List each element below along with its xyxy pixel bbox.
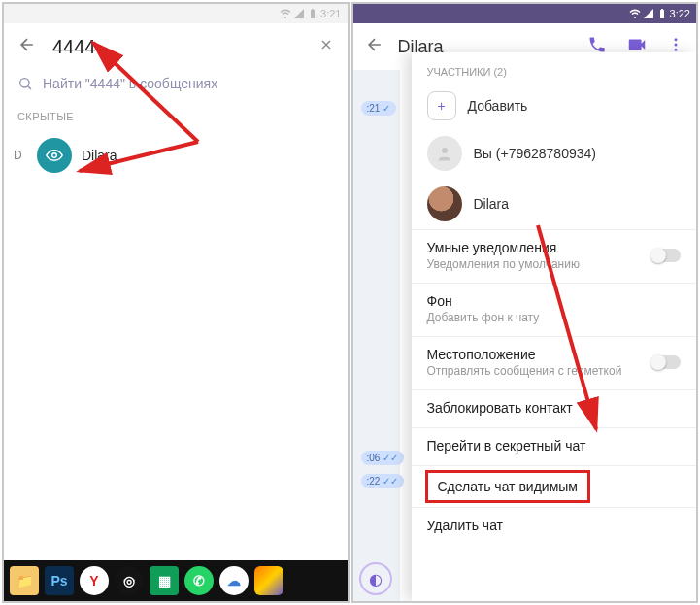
- you-label: Вы (+79628780934): [474, 146, 596, 161]
- smart-notif-sub: Уведомления по умолчанию: [427, 257, 580, 271]
- participant-dilara[interactable]: Dilara: [412, 179, 697, 229]
- svg-point-6: [675, 49, 678, 51]
- svg-point-4: [675, 38, 678, 41]
- person-icon: [436, 145, 453, 162]
- hidden-section-label: СКРЫТЫЕ: [4, 97, 348, 130]
- smart-notif-title: Умные уведомления: [427, 240, 580, 255]
- smart-notifications-row[interactable]: Умные уведомления Уведомления по умолчан…: [412, 229, 697, 283]
- taskbar-home-icon[interactable]: [254, 566, 283, 595]
- delete-chat-row[interactable]: Удалить чат: [412, 507, 697, 545]
- svg-point-1: [52, 153, 57, 158]
- add-participant-row[interactable]: + Добавить: [412, 84, 697, 128]
- background-row[interactable]: Фон Добавить фон к чату: [412, 283, 697, 336]
- battery-icon: [307, 8, 318, 19]
- add-label: Добавить: [468, 98, 528, 114]
- smart-notif-toggle[interactable]: [651, 249, 681, 262]
- battery-icon: [656, 8, 668, 19]
- taskbar-whatsapp-icon[interactable]: ✆: [184, 566, 214, 595]
- wifi-icon: [280, 8, 291, 19]
- signal-icon: [643, 8, 654, 19]
- secret-chat-row[interactable]: Перейти в секретный чат: [412, 427, 697, 465]
- taskbar-target-icon[interactable]: ◎: [115, 566, 144, 595]
- screenshot-right: 3:22 Dilara :21✓ :06✓✓ :22✓✓ УЧАСТНИКИ (…: [351, 2, 699, 603]
- chat-background-strip: [353, 70, 400, 601]
- chat-info-sheet: УЧАСТНИКИ (2) + Добавить Вы (+7962878093…: [412, 52, 697, 601]
- status-time: 3:21: [320, 8, 341, 19]
- loc-sub: Отправлять сообщения с геометкой: [427, 364, 622, 378]
- svg-point-5: [675, 44, 678, 47]
- search-input[interactable]: [52, 36, 303, 58]
- clear-button[interactable]: [313, 31, 340, 63]
- taskbar-yandex-icon[interactable]: Y: [80, 566, 109, 595]
- bg-sub: Добавить фон к чату: [427, 311, 540, 324]
- participant-you[interactable]: Вы (+79628780934): [412, 128, 697, 179]
- location-row[interactable]: Местоположение Отправлять сообщения с ге…: [412, 336, 697, 389]
- phone-icon: [587, 35, 607, 54]
- signal-icon: [293, 8, 305, 19]
- delete-label: Удалить чат: [427, 518, 504, 533]
- index-letter: D: [14, 149, 27, 162]
- taskbar-sheets-icon[interactable]: ▦: [150, 566, 179, 595]
- eye-icon: [46, 147, 63, 164]
- search-result-row[interactable]: D Dilara: [4, 130, 348, 181]
- taskbar-folder-icon[interactable]: 📁: [10, 566, 39, 595]
- block-label: Заблокировать контакт: [427, 400, 573, 416]
- status-time: 3:22: [670, 8, 690, 19]
- taskbar-cloud-icon[interactable]: ☁: [219, 566, 249, 595]
- plus-icon: +: [427, 91, 456, 120]
- back-button[interactable]: [12, 29, 43, 64]
- status-bar: 3:22: [353, 4, 697, 23]
- svg-point-7: [442, 148, 448, 153]
- msg-time-3: :22✓✓: [361, 474, 405, 488]
- search-in-messages[interactable]: Найти "4444" в сообщениях: [4, 70, 348, 97]
- search-appbar: [4, 23, 348, 70]
- svg-point-0: [20, 79, 29, 87]
- avatar-hidden: [37, 138, 72, 173]
- block-contact-row[interactable]: Заблокировать контакт: [412, 389, 697, 427]
- bg-title: Фон: [427, 293, 540, 309]
- avatar-placeholder: [427, 136, 462, 171]
- more-vert-icon: [667, 36, 684, 53]
- msg-time-2: :06✓✓: [361, 451, 405, 465]
- back-button[interactable]: [359, 29, 390, 64]
- taskbar-photoshop-icon[interactable]: Ps: [45, 566, 74, 595]
- compose-row: ◐: [359, 562, 392, 595]
- participants-label: УЧАСТНИКИ (2): [412, 52, 697, 84]
- loc-title: Местоположение: [427, 347, 622, 362]
- compose-icon[interactable]: ◐: [359, 562, 392, 595]
- status-bar: 3:21: [4, 4, 348, 23]
- location-toggle[interactable]: [651, 355, 681, 369]
- dilara-label: Dilara: [474, 196, 510, 212]
- make-visible-row[interactable]: Сделать чат видимым: [412, 465, 697, 507]
- make-visible-label: Сделать чат видимым: [438, 479, 578, 494]
- search-icon: [17, 76, 33, 91]
- msg-time-1: :21✓: [361, 101, 397, 116]
- avatar-photo: [427, 186, 462, 221]
- screenshot-left: 3:21 Найти "4444" в сообщениях СКРЫТЫЕ D…: [2, 2, 350, 603]
- wifi-icon: [629, 8, 641, 19]
- secret-label: Перейти в секретный чат: [427, 438, 586, 454]
- taskbar: 📁 Ps Y ◎ ▦ ✆ ☁: [4, 560, 348, 601]
- highlight-box: Сделать чат видимым: [425, 470, 590, 503]
- result-name: Dilara: [82, 148, 117, 163]
- search-hint-text: Найти "4444" в сообщениях: [43, 76, 217, 91]
